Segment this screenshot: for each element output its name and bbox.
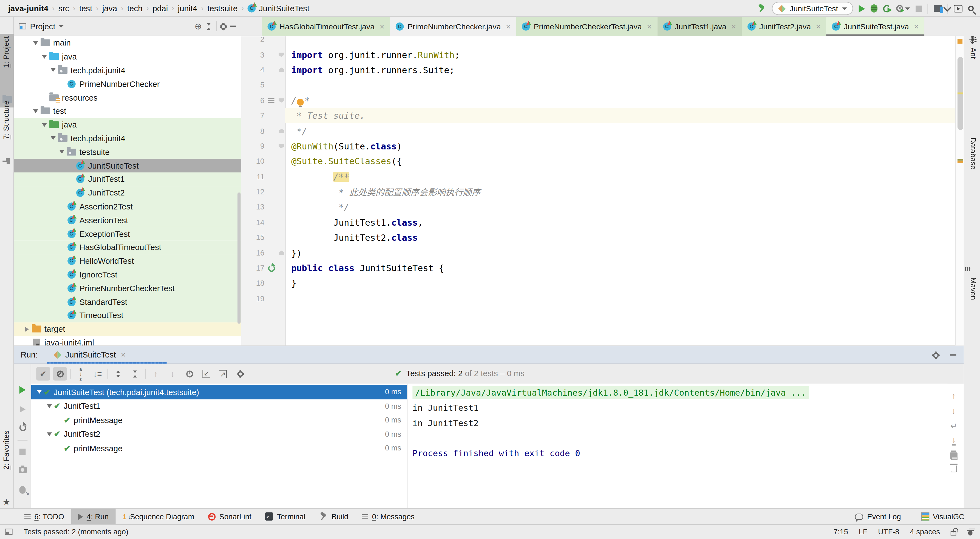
tree-item-java[interactable]: java — [14, 50, 241, 64]
tab-junitsuitetest-java[interactable]: JunitSuiteTest.java× — [826, 17, 924, 37]
gear-icon[interactable] — [933, 352, 939, 358]
scrollbar-thumb[interactable] — [237, 192, 240, 324]
gear-icon[interactable] — [233, 367, 247, 380]
tree-item-assertiontest[interactable]: AssertionTest — [14, 213, 241, 227]
chevron-down-icon[interactable] — [59, 25, 64, 27]
fold-down-icon[interactable] — [278, 144, 284, 148]
status-widget[interactable]: 4 spaces — [910, 528, 940, 537]
gear-icon[interactable] — [221, 23, 226, 29]
sort-alphabetically-icon[interactable]: a↓z — [74, 367, 88, 380]
tree-chevron-down-icon[interactable] — [31, 41, 40, 45]
toolwindow-button-build[interactable]: Build — [312, 508, 355, 525]
bookmark-lines-icon[interactable] — [268, 98, 274, 103]
project-panel-title[interactable]: Project — [30, 22, 55, 31]
print-icon[interactable] — [950, 452, 958, 459]
test-row-junitsuitetest[interactable]: ✔JunitSuiteTest (tech.pdai.junit4.testsu… — [31, 385, 407, 399]
toolwindow-button-run[interactable]: 4: Run — [71, 508, 116, 525]
code-editor[interactable]: 23import org.junit.runner.RunWith;4impor… — [241, 36, 955, 345]
run-console[interactable]: /Library/Java/JavaVirtualMachines/jdk1.8… — [408, 383, 947, 509]
tree-item-main[interactable]: main — [14, 36, 241, 50]
sidebar-item-favorites[interactable]: 2: Favorites★ — [0, 431, 14, 499]
breadcrumb-item[interactable]: tech — [127, 3, 143, 13]
debug-button[interactable] — [870, 5, 877, 13]
camera-icon[interactable] — [18, 467, 27, 473]
show-ignored-icon[interactable] — [53, 367, 67, 380]
tree-item-tech-pdai-junit4[interactable]: tech.pdai.junit4 — [14, 132, 241, 145]
tree-item-target[interactable]: target — [14, 323, 241, 336]
close-icon[interactable]: × — [121, 350, 126, 359]
fold-down-icon[interactable] — [278, 98, 284, 103]
hide-panel-icon[interactable] — [230, 25, 236, 27]
tree-item-testsuite[interactable]: testsuite — [14, 145, 241, 159]
tree-item-helloworldtest[interactable]: HelloWorldTest — [14, 254, 241, 268]
rerun-icon[interactable] — [19, 386, 26, 394]
toolwindow-button-sonarlint[interactable]: SonarLint — [201, 508, 258, 525]
tree-item-primenumbercheckertest[interactable]: PrimeNumberCheckerTest — [14, 281, 241, 295]
toolwindow-button-messages[interactable]: 0: Messages — [355, 508, 422, 525]
sort-by-duration-icon[interactable]: ↓≡ — [91, 367, 104, 380]
export-results-icon[interactable]: ↗ — [216, 367, 230, 380]
tree-item-primenumberchecker[interactable]: PrimeNumberChecker — [14, 77, 241, 91]
tree-chevron-down-icon[interactable] — [40, 55, 49, 59]
tree-item-junitsuitetest[interactable]: JunitSuiteTest — [14, 159, 241, 172]
tree-item-java[interactable]: java — [14, 118, 241, 132]
clear-console-icon[interactable] — [951, 466, 957, 472]
run-test-marker-icon[interactable] — [268, 265, 275, 272]
locate-icon[interactable]: ⊕ — [194, 22, 202, 31]
search-everywhere-icon[interactable] — [968, 6, 974, 11]
close-icon[interactable]: × — [647, 22, 652, 31]
show-passed-icon[interactable]: ✔ — [36, 367, 50, 380]
import-results-icon[interactable]: ↙ — [199, 367, 213, 380]
chevron-down-icon[interactable] — [905, 7, 910, 10]
collapse-all-icon[interactable] — [206, 23, 213, 30]
run-anything-icon[interactable] — [954, 5, 963, 12]
tree-item-junittest2[interactable]: JunitTest2 — [14, 186, 241, 200]
coverage-button[interactable] — [883, 5, 891, 12]
tab-junittest2-java[interactable]: JunitTest2.java× — [742, 17, 826, 37]
scroll-down-icon[interactable]: ↓ — [952, 406, 956, 416]
sidebar-item-project[interactable]: 1: Project — [0, 34, 14, 108]
tree-item-ignoretest[interactable]: IgnoreTest — [14, 268, 241, 281]
toolwindow-button-event-log[interactable]: Event Log — [848, 508, 908, 525]
intention-lightbulb-icon[interactable] — [297, 99, 304, 106]
toolwindow-button-sequence-diagram[interactable]: 1Sequence Diagram — [116, 508, 201, 525]
scroll-up-icon[interactable]: ↑ — [952, 391, 956, 401]
tree-chevron-down-icon[interactable] — [45, 404, 54, 408]
breadcrumb-item[interactable]: java-junit4 — [8, 3, 49, 13]
tree-chevron-down-icon[interactable] — [40, 123, 49, 127]
hide-panel-icon[interactable] — [950, 354, 956, 356]
expand-all-icon[interactable] — [111, 367, 125, 380]
toggle-auto-test-icon[interactable] — [19, 425, 26, 431]
tree-item-assertion2test[interactable]: Assertion2Test — [14, 200, 241, 213]
breadcrumb-item[interactable]: java — [102, 3, 117, 13]
todo-marker[interactable] — [958, 39, 963, 44]
tree-item-test[interactable]: test — [14, 105, 241, 118]
close-icon[interactable]: × — [380, 22, 384, 31]
attach-debugger-icon[interactable] — [19, 486, 26, 493]
test-row-printmessage[interactable]: ✔printMessage0 ms — [31, 413, 407, 427]
build-hammer-icon[interactable] — [757, 5, 767, 13]
fold-down-icon[interactable] — [278, 52, 284, 57]
breadcrumb-leaf[interactable]: JunitSuiteTest — [248, 3, 310, 13]
lock-icon[interactable] — [951, 531, 956, 536]
fold-up-icon[interactable] — [278, 129, 284, 133]
sidebar-item-ant[interactable]: Ant — [964, 36, 980, 57]
sidebar-item-database[interactable]: Database — [964, 126, 980, 167]
close-icon[interactable]: × — [506, 22, 511, 31]
tree-item-tech-pdai-junit4[interactable]: tech.pdai.junit4 — [14, 64, 241, 77]
test-history-icon[interactable] — [183, 367, 196, 380]
tree-item-java-junit4-iml[interactable]: java-junit4.iml — [14, 336, 241, 345]
close-icon[interactable]: × — [914, 22, 919, 31]
toolwindow-toggle-icon[interactable] — [5, 529, 12, 535]
breadcrumb-item[interactable]: pdai — [153, 3, 168, 13]
breadcrumb-item[interactable]: testsuite — [207, 3, 237, 13]
tree-item-junittest1[interactable]: JunitTest1 — [14, 172, 241, 186]
tree-item-standardtest[interactable]: StandardTest — [14, 295, 241, 309]
soft-wrap-icon[interactable]: ↵ — [950, 421, 957, 431]
fold-up-icon[interactable] — [278, 251, 284, 255]
tree-chevron-down-icon[interactable] — [57, 150, 66, 154]
status-widget[interactable]: 7:15 — [834, 528, 848, 537]
tree-chevron-down-icon[interactable] — [31, 110, 40, 113]
profiler-button[interactable] — [896, 5, 903, 12]
test-row-printmessage[interactable]: ✔printMessage0 ms — [31, 441, 407, 455]
